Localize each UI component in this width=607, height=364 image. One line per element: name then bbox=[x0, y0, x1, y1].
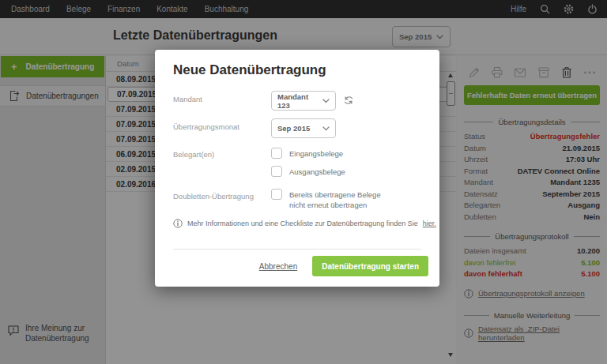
checkbox-icon bbox=[271, 148, 282, 159]
app-window: Dashboard Belege Finanzen Kontakte Buchh… bbox=[0, 0, 607, 364]
info-text: Mehr Informationen und eine Checkliste z… bbox=[187, 220, 418, 227]
chevron-down-icon bbox=[322, 126, 330, 131]
checkbox-ausgangsbelege[interactable]: Ausgangsbelege bbox=[271, 166, 345, 177]
checkbox-icon bbox=[271, 166, 282, 177]
dialog-footer: Abbrechen Datenübertragung starten bbox=[259, 256, 428, 276]
checkbox-icon bbox=[271, 189, 282, 200]
start-transfer-button[interactable]: Datenübertragung starten bbox=[312, 256, 428, 276]
transfer-month-dropdown[interactable]: Sep 2015 bbox=[271, 118, 336, 138]
new-transfer-dialog: Neue Datenübertragung Mandant Mandant 12… bbox=[155, 50, 439, 287]
chevron-down-icon bbox=[322, 99, 330, 103]
mandant-dropdown[interactable]: Mandant 123 bbox=[271, 91, 336, 111]
doc-types-label: Belegart(en) bbox=[173, 150, 214, 159]
mandant-value: Mandant 123 bbox=[277, 92, 322, 110]
dialog-title: Neue Datenübertragung bbox=[173, 62, 326, 78]
checkbox-label: Ausgangsbelege bbox=[289, 166, 345, 177]
mandant-label: Mandant bbox=[173, 95, 202, 103]
checkbox-label: Bereits übertragene Belege nicht erneut … bbox=[289, 189, 381, 210]
checkbox-duplicates[interactable]: Bereits übertragene Belege nicht erneut … bbox=[271, 189, 381, 210]
checkbox-label: Eingangsbelege bbox=[289, 148, 343, 159]
dialog-footer-divider bbox=[173, 249, 421, 250]
month-label: Übertragungsmonat bbox=[173, 122, 239, 131]
checkbox-eingangsbelege[interactable]: Eingangsbelege bbox=[271, 148, 343, 159]
cancel-button[interactable]: Abbrechen bbox=[259, 262, 297, 271]
transfer-month-value: Sep 2015 bbox=[277, 124, 310, 133]
dialog-info-row: Mehr Informationen und eine Checkliste z… bbox=[173, 219, 436, 228]
refresh-icon[interactable] bbox=[343, 95, 354, 106]
info-here-link[interactable]: hier. bbox=[423, 220, 436, 227]
duplicates-label: Doubletten-Übertragung bbox=[173, 192, 254, 201]
info-icon bbox=[173, 219, 183, 228]
